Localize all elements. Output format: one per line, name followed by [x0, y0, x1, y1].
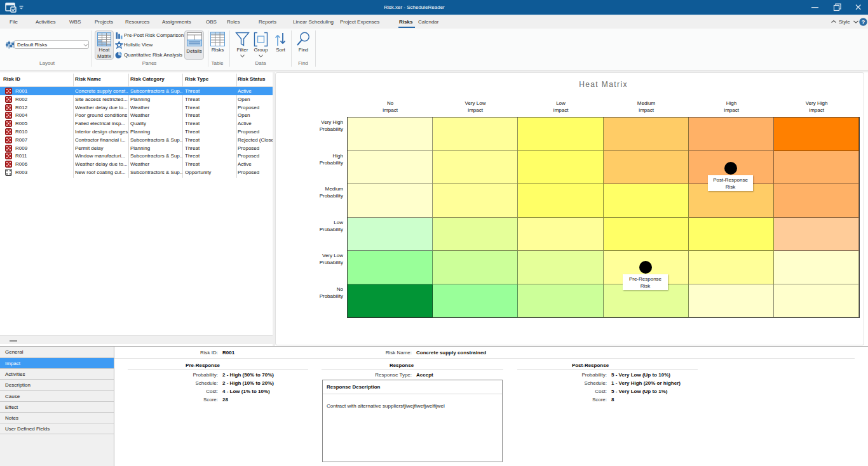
- svg-text:?: ?: [862, 19, 865, 25]
